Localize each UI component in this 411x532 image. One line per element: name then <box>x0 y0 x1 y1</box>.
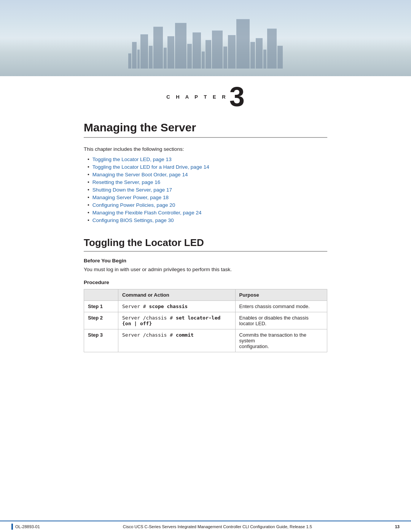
list-item: Managing the Server Boot Order, page 14 <box>88 172 327 177</box>
section-title: Toggling the Locator LED <box>84 237 327 252</box>
cityscape <box>0 19 411 69</box>
footer-center-text: Cisco UCS C-Series Servers Integrated Ma… <box>123 524 312 529</box>
command-prefix-3: Server /chassis # <box>122 332 176 338</box>
toc-link-2[interactable]: Toggling the Locator LED for a Hard Driv… <box>92 164 209 170</box>
toc-link-6[interactable]: Managing Server Power, page 18 <box>92 195 169 200</box>
footer-left: OL-28893-01 <box>11 524 40 530</box>
toc-link-1[interactable]: Toggling the Locator LED, page 13 <box>92 157 172 162</box>
list-item: Managing the Flexible Flash Controller, … <box>88 210 327 216</box>
toc-list: Toggling the Locator LED, page 13 Toggli… <box>88 157 327 223</box>
footer-doc-number: OL-28893-01 <box>15 524 40 529</box>
command-bold-1: scope chassis <box>149 304 188 309</box>
toc-link-3[interactable]: Managing the Server Boot Order, page 14 <box>92 172 188 177</box>
purpose-col-header: Purpose <box>235 289 327 301</box>
list-item: Configuring BIOS Settings, page 30 <box>88 217 327 223</box>
chapter-number: 3 <box>229 83 245 110</box>
before-you-begin-text: You must log in with user or admin privi… <box>84 266 327 273</box>
list-item: Toggling the Locator LED for a Hard Driv… <box>88 164 327 170</box>
command-prefix-2: Server /chassis # <box>122 315 176 321</box>
command-cell-1: Server # scope chassis <box>118 301 236 312</box>
toc-link-9[interactable]: Configuring BIOS Settings, page 30 <box>92 217 174 223</box>
procedure-heading: Procedure <box>84 280 327 285</box>
header-image <box>0 0 411 76</box>
command-col-header: Command or Action <box>118 289 236 301</box>
step-label-2: Step 2 <box>84 312 118 329</box>
procedure-table: Command or Action Purpose Step 1 Server … <box>84 289 327 352</box>
toc-link-5[interactable]: Shutting Down the Server, page 17 <box>92 187 172 193</box>
list-item: Resetting the Server, page 16 <box>88 179 327 185</box>
content-area: Managing the Server This chapter include… <box>0 114 411 521</box>
toc-link-8[interactable]: Managing the Flexible Flash Controller, … <box>92 210 202 216</box>
command-cell-3: Server /chassis # commit <box>118 329 236 352</box>
chapter-title: Managing the Server <box>84 121 327 138</box>
chapter-label: C H A P T E R <box>166 94 228 100</box>
toc-link-7[interactable]: Configuring Power Policies, page 20 <box>92 202 175 208</box>
table-header-row: Command or Action Purpose <box>84 289 327 301</box>
list-item: Toggling the Locator LED, page 13 <box>88 157 327 162</box>
table-row: Step 3 Server /chassis # commit Commits … <box>84 329 327 352</box>
toc-link-4[interactable]: Resetting the Server, page 16 <box>92 179 161 185</box>
step-label-3: Step 3 <box>84 329 118 352</box>
before-you-begin-heading: Before You Begin <box>84 258 327 264</box>
intro-text: This chapter includes the following sect… <box>84 146 327 152</box>
table-row: Step 1 Server # scope chassis Enters cha… <box>84 301 327 312</box>
list-item: Shutting Down the Server, page 17 <box>88 187 327 193</box>
list-item: Configuring Power Policies, page 20 <box>88 202 327 208</box>
table-row: Step 2 Server /chassis # set locator-led… <box>84 312 327 329</box>
step-col-header <box>84 289 118 301</box>
command-prefix-1: Server # <box>122 304 149 309</box>
footer-bar-icon <box>11 524 13 530</box>
command-cell-2: Server /chassis # set locator-led {on | … <box>118 312 236 329</box>
purpose-cell-1: Enters chassis command mode. <box>235 301 327 312</box>
chapter-label-area: C H A P T E R3 <box>0 76 411 114</box>
footer-page-number: 13 <box>395 524 400 529</box>
step-label-1: Step 1 <box>84 301 118 312</box>
list-item: Managing Server Power, page 18 <box>88 195 327 200</box>
purpose-cell-3: Commits the transaction to the systemcon… <box>235 329 327 352</box>
command-bold-3: commit <box>176 332 194 338</box>
footer: OL-28893-01 Cisco UCS C-Series Servers I… <box>0 521 411 532</box>
purpose-cell-2: Enables or disables the chassis locator … <box>235 312 327 329</box>
page-wrapper: C H A P T E R3 Managing the Server This … <box>0 0 411 532</box>
